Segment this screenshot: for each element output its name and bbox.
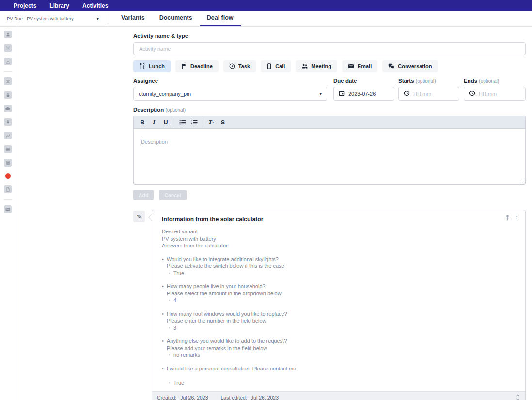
note-paragraph: Answers from the calculator: (162, 242, 516, 249)
pushpin-icon[interactable] (505, 214, 510, 223)
chip-label: Meeting (311, 63, 331, 69)
note-body: Desired variant PV system with battery A… (152, 225, 525, 386)
bullet-list-button[interactable] (177, 118, 188, 127)
chip-task[interactable]: Task (223, 60, 256, 72)
last-edited-value: Jul 26, 2023 (251, 395, 279, 400)
assignee-label: Assignee (133, 78, 327, 84)
lock-icon[interactable] (4, 91, 12, 99)
qa-item: •I would like a personal consultation. P… (162, 365, 516, 386)
starts-time-field[interactable]: HH:mm (398, 87, 459, 101)
clear-formatting-button[interactable]: Tx (205, 118, 217, 127)
project-selector-value: PV Doe - PV system with battery (7, 16, 74, 21)
app-window: Projects Library Activities PV Doe - PV … (0, 0, 532, 400)
add-button[interactable]: Add (133, 190, 154, 200)
calculator-icon[interactable] (4, 159, 12, 167)
phone-icon (266, 63, 272, 69)
note-card: Information from the solar calculator ⋮ … (152, 210, 526, 400)
chip-meeting[interactable]: Meeting (296, 60, 337, 72)
bullet: • (162, 256, 167, 263)
qa-item: •Would you like to integrate additional … (162, 256, 516, 277)
tab-documents[interactable]: Documents (152, 11, 200, 26)
clock-icon (469, 90, 475, 97)
due-date-field[interactable]: 2023-07-26 (333, 87, 394, 101)
sub-bullet: ◦ (169, 270, 173, 277)
unfold-icon[interactable] (516, 394, 520, 400)
activity-type-chips: Lunch Deadline Task Call Meeting Email (133, 60, 526, 72)
settings-gear-icon[interactable] (4, 44, 12, 52)
location-pin-icon[interactable] (4, 118, 12, 126)
chip-deadline[interactable]: Deadline (175, 60, 219, 72)
vertical-divider (108, 14, 108, 24)
tab-bar: Variants Documents Deal flow (114, 11, 241, 26)
project-selector[interactable]: PV Doe - PV system with battery ▾ (7, 11, 102, 26)
cloud-upload-icon[interactable] (4, 105, 12, 112)
edit-note-button[interactable]: ✎ (133, 211, 145, 222)
kebab-menu-icon[interactable]: ⋮ (513, 213, 519, 220)
chip-label: Email (358, 63, 372, 69)
due-date-value: 2023-07-26 (348, 91, 376, 97)
ends-label: Ends (optional) (464, 78, 526, 84)
ends-time-placeholder: HH:mm (479, 91, 497, 97)
toolbar-separator (174, 118, 174, 127)
qa-item: •Anything else you would like to add to … (162, 338, 516, 359)
sub-bullet: ◦ (169, 352, 173, 359)
created-label: Created: (157, 395, 176, 400)
qa-item: •How many people live in your household?… (162, 283, 516, 304)
italic-button[interactable]: I (148, 118, 160, 127)
bullet: • (162, 365, 167, 372)
description-textarea[interactable]: Description (134, 129, 525, 184)
inbox-tray-icon[interactable] (4, 58, 12, 65)
editor-toolbar: B I U Tx S (134, 116, 525, 129)
close-square-icon[interactable] (4, 77, 12, 85)
note-footer: Created: Jul 26, 2023 Last edited: Jul 2… (152, 391, 525, 400)
chip-lunch[interactable]: Lunch (133, 60, 171, 72)
flag-icon (181, 63, 187, 69)
note-title: Information from the solar calculator (152, 210, 525, 225)
chip-call[interactable]: Call (261, 60, 291, 72)
chevron-down-icon: ▾ (319, 92, 322, 96)
ends-time-field[interactable]: HH:mm (464, 87, 526, 101)
bullet: • (162, 338, 167, 345)
qa-item: •How many roof windows would you like to… (162, 310, 516, 332)
description-label: Description (optional) (133, 107, 526, 113)
chip-email[interactable]: Email (342, 60, 377, 72)
nav-activities[interactable]: Activities (82, 2, 108, 9)
activity-name-input[interactable] (133, 42, 526, 55)
table-list-icon[interactable] (4, 145, 12, 153)
person-icon[interactable] (4, 31, 12, 38)
sub-bar: PV Doe - PV system with battery ▾ Varian… (0, 11, 532, 27)
rail-divider (3, 71, 12, 72)
tab-deal-flow[interactable]: Deal flow (200, 11, 241, 26)
nav-library[interactable]: Library (49, 2, 69, 9)
file-export-icon[interactable] (4, 185, 12, 193)
record-icon[interactable] (5, 173, 11, 179)
pencil-icon: ✎ (137, 213, 142, 220)
description-placeholder: Description (140, 139, 168, 145)
resize-handle[interactable] (519, 178, 524, 183)
chart-icon[interactable] (4, 132, 12, 139)
due-date-label: Due date (333, 78, 394, 84)
last-edited-label: Last edited: (221, 395, 247, 400)
note-paragraph: Desired variant (162, 228, 516, 235)
assignee-select[interactable]: eturnity_company_pm ▾ (133, 87, 327, 101)
calendar-icon (339, 90, 345, 97)
tab-variants[interactable]: Variants (114, 11, 152, 26)
top-nav: Projects Library Activities (0, 0, 532, 11)
chip-label: Call (275, 63, 285, 69)
activity-form: Activity name & type Lunch Deadline Task… (133, 27, 526, 400)
sub-bullet: ◦ (169, 297, 173, 304)
chip-conversation[interactable]: Conversation (382, 60, 438, 72)
chevron-down-icon: ▾ (96, 16, 99, 21)
underline-button[interactable]: U (160, 118, 172, 127)
id-card-icon[interactable] (4, 205, 12, 213)
sub-bullet: ◦ (169, 324, 173, 332)
note-paragraph: PV system with battery (162, 235, 516, 243)
strikethrough-button[interactable]: S (217, 118, 229, 127)
nav-projects[interactable]: Projects (14, 2, 36, 9)
toolbar-separator (203, 118, 203, 127)
ordered-list-button[interactable] (188, 118, 200, 127)
bold-button[interactable]: B (137, 118, 148, 127)
utensils-icon (139, 63, 145, 69)
cancel-button[interactable]: Cancel (159, 190, 186, 200)
starts-label: Starts (optional) (398, 78, 459, 84)
